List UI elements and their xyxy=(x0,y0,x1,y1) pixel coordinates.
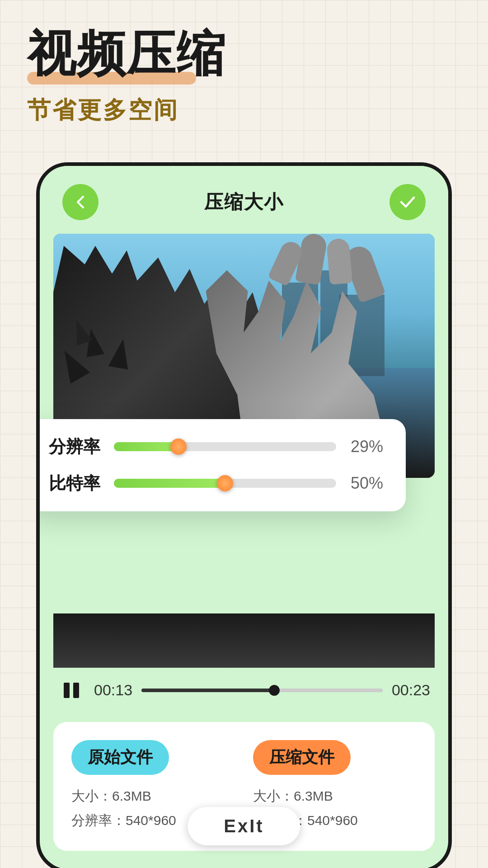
bitrate-thumb[interactable] xyxy=(217,475,233,491)
original-size-label: 大小： xyxy=(71,788,112,803)
main-title: 视频压缩 xyxy=(27,27,226,81)
resolution-fill xyxy=(114,442,178,451)
bitrate-fill xyxy=(114,479,225,488)
bitrate-value: 50% xyxy=(347,474,383,493)
end-time: 00:23 xyxy=(392,681,430,699)
confirm-button[interactable] xyxy=(389,184,426,220)
original-file-tag[interactable]: 原始文件 xyxy=(71,740,169,775)
compressed-resolution-value: 540*960 xyxy=(307,813,358,828)
phone-mockup: 压缩大小 xyxy=(36,162,452,868)
back-button[interactable] xyxy=(62,184,99,220)
resolution-value: 29% xyxy=(347,437,383,456)
compressed-size-label: 大小： xyxy=(253,788,294,803)
bitrate-label: 比特率 xyxy=(49,472,103,495)
page-title: 压缩大小 xyxy=(204,189,284,215)
resolution-slider-row: 分辨率 29% xyxy=(49,435,383,458)
compressed-file-tag[interactable]: 压缩文件 xyxy=(253,740,351,775)
page-content: 视频压缩 节省更多空间 压缩大小 xyxy=(0,0,488,868)
progress-thumb[interactable] xyxy=(269,685,280,696)
exit-button-container: ExIt xyxy=(188,807,300,845)
phone-topbar: 压缩大小 xyxy=(40,166,448,234)
exit-button[interactable]: ExIt xyxy=(188,807,300,845)
sliders-card: 分辨率 29% 比特率 50% xyxy=(36,419,406,511)
resolution-label: 分辨率 xyxy=(49,435,103,458)
original-resolution-value: 540*960 xyxy=(126,813,176,828)
header-section: 视频压缩 节省更多空间 xyxy=(0,0,488,140)
progress-fill xyxy=(141,689,274,692)
video-controls: 00:13 00:23 xyxy=(53,668,435,713)
video-lower-area: 00:13 00:23 xyxy=(53,613,435,713)
pause-button[interactable] xyxy=(58,677,85,704)
compressed-size-value: 6.3MB xyxy=(294,788,333,803)
progress-bar[interactable] xyxy=(141,689,383,692)
resolution-thumb[interactable] xyxy=(170,439,187,455)
svg-rect-0 xyxy=(64,683,70,698)
bitrate-slider-row: 比特率 50% xyxy=(49,472,383,495)
resolution-track[interactable] xyxy=(114,442,336,451)
svg-rect-1 xyxy=(73,683,79,698)
current-time: 00:13 xyxy=(94,681,132,699)
bitrate-track[interactable] xyxy=(114,479,336,488)
phone-container: 压缩大小 xyxy=(36,162,452,868)
sub-title: 节省更多空间 xyxy=(27,94,179,126)
original-resolution-label: 分辨率： xyxy=(71,813,126,828)
original-size-value: 6.3MB xyxy=(112,788,151,803)
